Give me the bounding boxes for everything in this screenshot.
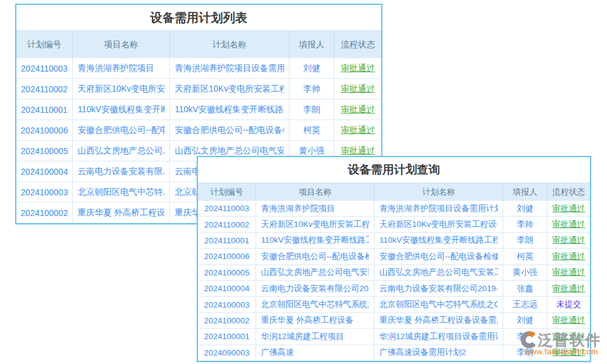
reporter-link[interactable]: 黄小强 — [513, 267, 538, 278]
project-name-link[interactable]: 安徽合肥供电公司--配电... — [78, 125, 164, 136]
plan-name-link[interactable]: 青海洪湖养护院项目设备需用计划 — [379, 203, 498, 214]
project-name-link[interactable]: 广佛高速 — [261, 347, 294, 358]
plan-no-link[interactable]: 2024100006 — [21, 126, 68, 135]
table-row[interactable]: 2024100003 北京朝阳区电气中芯特气系统之GM 北京朝阳区电气中芯特气系… — [198, 297, 590, 312]
project-name-link[interactable]: 山西弘文房地产总公司... — [78, 146, 164, 157]
project-name-link[interactable]: 110kV安徽线程集变开断线路工程 — [261, 235, 369, 246]
plan-no-link[interactable]: 2024100006 — [204, 252, 249, 261]
plan-name-link[interactable]: 广佛高速设备需用计划2 — [379, 347, 466, 358]
status-link[interactable]: 审批通过 — [341, 84, 375, 95]
table-row[interactable]: 2024110002 天府新区10Kv变电所安装工程 天府新区10Kv变电所安装… — [198, 217, 590, 232]
status-link[interactable]: 审批通过 — [341, 146, 375, 157]
col-header-plan-name: 计划名称 — [375, 183, 503, 201]
status-link[interactable]: 审批通过 — [552, 347, 585, 358]
plan-no-link[interactable]: 2024100005 — [21, 146, 68, 156]
table-row[interactable]: 2024110001 110kV安徽线程集变开断线路工程 110kV安徽线程集变… — [198, 233, 590, 249]
status-link[interactable]: 审批通过 — [552, 219, 585, 230]
plan-name-link[interactable]: 110kV安徽线程集变开断线路工... — [175, 104, 284, 115]
col-header-status: 流程状态 — [334, 31, 381, 58]
reporter-link[interactable]: 李帅 — [304, 84, 320, 95]
table-row[interactable]: 2024100005 山西弘文房地产总公司电气安装工程 山西弘文房地产总公司电气… — [198, 265, 590, 281]
plan-no-link[interactable]: 2024110001 — [204, 236, 249, 245]
plan-no-link[interactable]: 2024100004 — [204, 284, 249, 293]
project-name-link[interactable]: 青海洪湖养护院项目 — [261, 203, 335, 214]
reporter-link[interactable]: 刘健 — [304, 63, 320, 74]
table-row[interactable]: 2024110001 110kV安徽线程集变开断... 110kV安徽线程集变开… — [16, 99, 381, 120]
plan-name-link[interactable]: 山西弘文房地产总公司电气安装... — [175, 146, 284, 157]
status-link[interactable]: 审批通过 — [552, 267, 585, 278]
plan-name-link[interactable]: 重庆华夏 外高桥工程设备设备需用计划 — [379, 315, 498, 326]
plan-name-link[interactable]: 110kV安徽线程集变开断线路工程设备需用计划 — [379, 235, 498, 246]
plan-name-link[interactable]: 安徽合肥供电公司--配电设备检修维护设备需用计划 — [379, 251, 498, 262]
reporter-link[interactable]: 刘健 — [517, 315, 534, 326]
status-link[interactable]: 审批通过 — [552, 235, 585, 246]
project-name-link[interactable]: 北京朝阳区电气中芯特气系统之GM — [261, 299, 369, 310]
reporter-link[interactable]: 刘健 — [517, 203, 534, 214]
status-link[interactable]: 未提交 — [557, 299, 582, 310]
project-name-link[interactable]: 云南电力设备安装有限... — [78, 166, 164, 177]
plan-no-link[interactable]: 2024100002 — [204, 316, 249, 325]
reporter-link[interactable]: 李帅 — [517, 331, 534, 342]
status-link[interactable]: 审批通过 — [341, 125, 375, 136]
plan-no-link[interactable]: 2024090003 — [204, 348, 249, 357]
project-name-link[interactable]: 北京朝阳区电气中芯特... — [78, 187, 164, 198]
plan-no-link[interactable]: 2024100003 — [21, 187, 68, 197]
col-header-plan-name: 计划名称 — [170, 31, 290, 58]
project-name-link[interactable]: 天府新区10Kv变电所安装工程 — [261, 219, 369, 230]
plan-no-link[interactable]: 2024100004 — [21, 167, 68, 177]
plan-no-link[interactable]: 2024110002 — [21, 84, 68, 94]
project-name-link[interactable]: 110kV安徽线程集变开断... — [78, 104, 164, 115]
project-name-link[interactable]: 重庆华夏 外高桥工程设备 — [261, 315, 353, 326]
reporter-link[interactable]: 李帅 — [517, 219, 534, 230]
status-link[interactable]: 审批通过 — [552, 203, 585, 214]
plan-no-link[interactable]: 2024110003 — [204, 204, 249, 213]
table-row[interactable]: 2024100001 华润12城房建工程项目 华润12城房建工程项目设备需用计划… — [198, 329, 590, 345]
plan-no-link[interactable]: 2024100003 — [204, 300, 249, 309]
plan-no-link[interactable]: 2024100001 — [204, 332, 249, 341]
project-name-link[interactable]: 天府新区10Kv变电所安... — [78, 84, 164, 95]
reporter-link[interactable]: 李朗 — [517, 347, 534, 358]
plan-name-link[interactable]: 安徽合肥供电公司--配电设备检... — [175, 125, 284, 136]
reporter-link[interactable]: 李朗 — [304, 104, 320, 115]
table-row[interactable]: 2024100006 安徽合肥供电公司--配电... 安徽合肥供电公司--配电设… — [16, 120, 381, 141]
plan-name-link[interactable]: 天府新区10Kv变电所安装工程... — [175, 84, 284, 95]
reporter-link[interactable]: 柯英 — [517, 251, 534, 262]
plan-name-link[interactable]: 山西弘文房地产总公司电气安装工程设备需用计划 — [379, 267, 498, 278]
status-link[interactable]: 审批通过 — [341, 63, 375, 74]
plan-name-link[interactable]: 青海洪湖养护院项目设备需用计划 — [175, 63, 284, 74]
table-row[interactable]: 2024100006 安徽合肥供电公司--配电设备检修维护 安徽合肥供电公司--… — [198, 249, 590, 265]
table-row[interactable]: 2024100002 重庆华夏 外高桥工程设备 重庆华夏 外高桥工程设备设备需用… — [198, 313, 590, 329]
project-name-link[interactable]: 重庆华夏 外高桥工程设备 — [78, 207, 164, 218]
status-link[interactable]: 审批通过 — [341, 104, 375, 115]
status-link[interactable]: 审批通过 — [552, 331, 585, 342]
plan-no-link[interactable]: 2024110001 — [21, 105, 68, 115]
reporter-link[interactable]: 柯英 — [304, 125, 320, 136]
project-name-link[interactable]: 安徽合肥供电公司--配电设备检修维护 — [261, 251, 369, 262]
plan-no-link[interactable]: 2024100002 — [21, 208, 68, 218]
plan-list-title: 设备需用计划列表 — [16, 5, 381, 30]
reporter-link[interactable]: 王志远 — [513, 299, 538, 310]
table-row[interactable]: 2024110002 天府新区10Kv变电所安... 天府新区10Kv变电所安装… — [16, 79, 381, 99]
plan-name-link[interactable]: 华润12城房建工程项目设备需用计划2 — [379, 331, 498, 342]
table-row[interactable]: 2024110003 青海洪湖养护院项目 青海洪湖养护院项目设备需用计划 刘健 … — [198, 201, 590, 217]
plan-no-link[interactable]: 2024110003 — [21, 64, 68, 73]
plan-name-link[interactable]: 天府新区10Kv变电所安装工程设备需用计划 — [379, 219, 498, 230]
reporter-link[interactable]: 张鑫 — [517, 283, 534, 294]
status-link[interactable]: 审批通过 — [552, 251, 585, 262]
project-name-link[interactable]: 山西弘文房地产总公司电气安装工程 — [261, 267, 369, 278]
status-link[interactable]: 审批通过 — [552, 283, 585, 294]
status-link[interactable]: 审批通过 — [552, 315, 585, 326]
col-header-reporter: 填报人 — [290, 31, 334, 58]
project-name-link[interactable]: 云南电力设备安装有限公司2019--2 — [261, 283, 369, 294]
plan-name-link[interactable]: 北京朝阳区电气中芯特气系统之GMS — [379, 299, 498, 310]
plan-name-link[interactable]: 云南电力设备安装有限公司2019--202 — [379, 283, 498, 294]
table-row[interactable]: 2024090003 广佛高速 广佛高速设备需用计划2 李朗 审批通过 — [198, 345, 590, 361]
table-row[interactable]: 2024110003 青海洪湖养护院项目 青海洪湖养护院项目设备需用计划 刘健 … — [16, 58, 381, 79]
reporter-link[interactable]: 李朗 — [517, 235, 534, 246]
table-row[interactable]: 2024100004 云南电力设备安装有限公司2019--2 云南电力设备安装有… — [198, 281, 590, 297]
plan-no-link[interactable]: 2024110002 — [204, 220, 249, 229]
reporter-link[interactable]: 黄小强 — [299, 146, 325, 157]
project-name-link[interactable]: 华润12城房建工程项目 — [261, 331, 344, 342]
project-name-link[interactable]: 青海洪湖养护院项目 — [78, 63, 154, 74]
plan-no-link[interactable]: 2024100005 — [204, 268, 249, 277]
